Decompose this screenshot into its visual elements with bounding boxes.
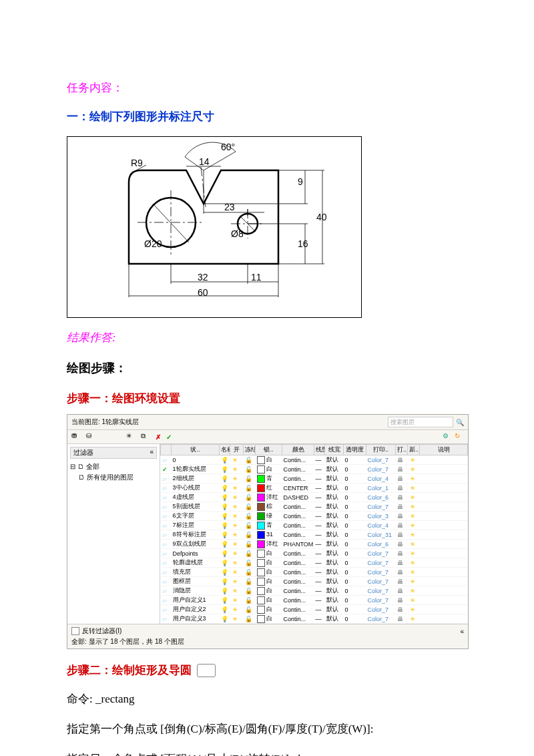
svg-text:14: 14 (199, 156, 210, 167)
svg-text:16: 16 (298, 238, 308, 249)
search-input[interactable]: 搜索图层 (388, 417, 453, 427)
delete-layer-icon[interactable]: ✗ (156, 433, 161, 441)
command-line-2: 指定第一个角点或 [倒角(C)/标高(E)/圆角(F)/厚度(T)/宽度(W)]… (67, 720, 467, 738)
result-title: 结果作答: (67, 330, 467, 345)
svg-text:Ø20: Ø20 (144, 238, 162, 249)
svg-text:32: 32 (198, 272, 208, 282)
current-layer-label: 当前图层: 1轮廓实线层 (71, 417, 139, 427)
layer-panel: 当前图层: 1轮廓实线层 搜索图层 🔍 ⛃ ⛁ ✳ ⧉ ✗ ✓ ⚙ ↻ 过滤器«… (67, 414, 469, 649)
invert-filter-checkbox[interactable]: 反转过滤器(I) « (71, 626, 464, 636)
table-row[interactable]: ▱4虚线层💡☀🔓 洋红DASHED—默认0Color_6🖶☀ (161, 493, 468, 502)
svg-text:9: 9 (298, 176, 303, 187)
settings-icon[interactable]: ⚙ (443, 432, 452, 441)
section-one-title: 一：绘制下列图形并标注尺寸 (67, 109, 467, 124)
filter-icon[interactable]: ⛃ (71, 432, 81, 441)
steps-heading: 绘图步骤： (67, 360, 467, 376)
task-title: 任务内容： (67, 80, 467, 96)
confirm-icon[interactable]: ✓ (166, 433, 172, 441)
table-row[interactable]: ▱填充层💡☀🔓 白Contin...—默认0Color_7🖶☀ (161, 568, 468, 577)
svg-text:11: 11 (251, 272, 262, 282)
table-row[interactable]: ▱0💡☀🔓 白Contin...—默认0Color_7🖶☀ (161, 455, 468, 465)
new-layer-icon[interactable]: ✳ (126, 432, 136, 441)
panel-toolbar: ⛃ ⛁ ✳ ⧉ ✗ ✓ ⚙ ↻ (67, 430, 468, 444)
step-two-heading: 步骤二：绘制矩形及导圆 (67, 663, 467, 678)
svg-text:R9: R9 (131, 158, 143, 168)
rect-icon (197, 664, 216, 677)
table-row[interactable]: ▱2细线层💡☀🔓 青Contin...—默认0Color_4🖶☀ (161, 474, 468, 484)
svg-text:60°: 60° (221, 142, 235, 152)
table-row[interactable]: ▱消隐层💡☀🔓 白Contin...—默认0Color_7🖶☀ (161, 586, 468, 596)
svg-text:23: 23 (224, 202, 235, 212)
table-row[interactable]: ▱5剖面线层💡☀🔓 棕Contin...—默认0Color_7🖶☀ (161, 502, 468, 512)
table-row[interactable]: ▱图框层💡☀🔓 白Contin...—默认0Color_7🖶☀ (161, 577, 468, 586)
step-one-heading: 步骤一：绘图环境设置 (67, 391, 467, 406)
layer-table[interactable]: 状..名称开冻结锁..颜色线型线宽透明度打印..打..新..说明 ▱0💡☀🔓 白… (160, 444, 468, 624)
search-icon[interactable]: 🔍 (456, 419, 464, 426)
table-row[interactable]: ▱8符号标注层💡☀🔓 31Contin...—默认0Color_31🖶☀ (161, 530, 468, 540)
layers-icon[interactable]: ⧉ (141, 432, 150, 441)
table-row[interactable]: ▱6文字层💡☀🔓 绿Contin...—默认0Color_3🖶☀ (161, 512, 468, 521)
command-line-3: 指定另一个角点或 [面积(A)/尺寸(D)/旋转(R)]: d (67, 750, 467, 756)
table-row[interactable]: ▱轮廓虚线层💡☀🔓 白Contin...—默认0Color_7🖶☀ (161, 558, 468, 568)
svg-text:60: 60 (198, 287, 208, 298)
table-row[interactable]: ▱Defpoints💡☀🔓 白Contin...—默认0Color_7🖶☀ (161, 549, 468, 558)
table-row[interactable]: ▱用户自定义1💡☀🔓 白Contin...—默认0Color_7🖶☀ (161, 596, 468, 605)
table-row[interactable]: ▱9双点划线层💡☀🔓 洋红PHANTOM—默认0Color_6🖶☀ (161, 540, 468, 549)
status-line: 全部: 显示了 18 个图层，共 18 个图层 (71, 637, 464, 646)
group-icon[interactable]: ⛁ (86, 432, 95, 441)
refresh-icon[interactable]: ↻ (455, 432, 464, 441)
table-row[interactable]: ▱7标注层💡☀🔓 青Contin...—默认0Color_4🖶☀ (161, 521, 468, 530)
table-row[interactable]: ▱3中心线层💡☀🔓 红CENTER—默认0Color_1🖶☀ (161, 484, 468, 493)
table-row[interactable]: ✓1轮廓实线层💡☀🔓 白Contin...—默认0Color_7🖶☀ (161, 465, 468, 474)
svg-text:40: 40 (316, 212, 327, 222)
command-line-1: 命令: _rectang (67, 690, 467, 708)
filter-tree[interactable]: 过滤器« ⊟ 🗋 全部 🗋 所有使用的图层 (67, 444, 160, 624)
table-row[interactable]: ▱用户自定义3💡☀🔓 白Contin...—默认0Color_7🖶☀ (161, 614, 468, 624)
svg-text:Ø8: Ø8 (231, 228, 244, 239)
cad-drawing: 60° 14 R9 9 40 16 23 Ø20 Ø8 32 11 60 (67, 136, 362, 318)
table-row[interactable]: ▱用户自定义2💡☀🔓 白Contin...—默认0Color_7🖶☀ (161, 605, 468, 614)
